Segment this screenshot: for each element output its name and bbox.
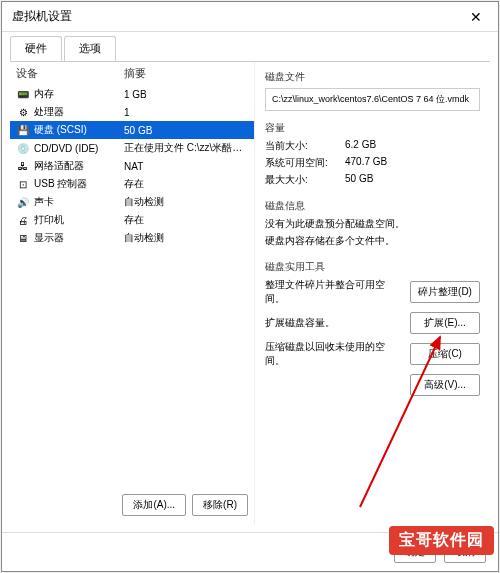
device-summary: 1	[124, 107, 248, 118]
device-row[interactable]: 💿CD/DVD (IDE)正在使用文件 C:\zz\米酷工作...	[10, 139, 254, 157]
header-device: 设备	[16, 66, 124, 81]
advanced-button[interactable]: 高级(V)...	[410, 374, 480, 396]
disk-info-line1: 没有为此硬盘预分配磁盘空间。	[265, 217, 480, 231]
device-header: 设备 摘要	[10, 62, 254, 85]
device-summary: 自动检测	[124, 231, 248, 245]
device-name: 内存	[34, 87, 124, 101]
device-icon: 💿	[16, 142, 30, 154]
detail-panel: 磁盘文件 C:\zz\linux_work\centos7.6\CentOS 7…	[255, 62, 490, 524]
device-icon: 📟	[16, 88, 30, 100]
device-summary: 正在使用文件 C:\zz\米酷工作...	[124, 141, 248, 155]
device-name: 显示器	[34, 231, 124, 245]
expand-row: 扩展磁盘容量。 扩展(E)...	[265, 312, 480, 334]
remove-button[interactable]: 移除(R)	[192, 494, 248, 516]
close-icon[interactable]: ✕	[464, 9, 488, 25]
current-size-label: 当前大小:	[265, 139, 345, 153]
tab-hardware[interactable]: 硬件	[10, 36, 62, 61]
add-button[interactable]: 添加(A)...	[122, 494, 186, 516]
device-row[interactable]: 📟内存1 GB	[10, 85, 254, 103]
dialog-title: 虚拟机设置	[12, 8, 464, 25]
tabs: 硬件 选项	[2, 32, 498, 61]
advanced-row: 高级(V)...	[265, 374, 480, 396]
capacity-label: 容量	[265, 121, 480, 135]
device-name: 打印机	[34, 213, 124, 227]
device-summary: 存在	[124, 213, 248, 227]
content: 设备 摘要 📟内存1 GB⚙处理器1💾硬盘 (SCSI)50 GB💿CD/DVD…	[10, 61, 490, 524]
compact-text: 压缩磁盘以回收未使用的空间。	[265, 340, 402, 368]
device-summary: NAT	[124, 161, 248, 172]
device-list: 📟内存1 GB⚙处理器1💾硬盘 (SCSI)50 GB💿CD/DVD (IDE)…	[10, 85, 254, 486]
disk-info-line2: 硬盘内容存储在多个文件中。	[265, 234, 480, 248]
device-name: 声卡	[34, 195, 124, 209]
device-name: USB 控制器	[34, 177, 124, 191]
device-summary: 自动检测	[124, 195, 248, 209]
disk-file-label: 磁盘文件	[265, 70, 480, 84]
free-space-value: 470.7 GB	[345, 156, 480, 170]
device-name: 处理器	[34, 105, 124, 119]
device-icon: 🖥	[16, 232, 30, 244]
device-row[interactable]: 🖨打印机存在	[10, 211, 254, 229]
defrag-text: 整理文件碎片并整合可用空间。	[265, 278, 402, 306]
expand-button[interactable]: 扩展(E)...	[410, 312, 480, 334]
watermark: 宝哥软件园	[389, 526, 494, 555]
compact-row: 压缩磁盘以回收未使用的空间。 压缩(C)	[265, 340, 480, 368]
disk-util-label: 磁盘实用工具	[265, 260, 480, 274]
max-size-label: 最大大小:	[265, 173, 345, 187]
device-icon: 🖧	[16, 160, 30, 172]
device-icon: 🖨	[16, 214, 30, 226]
disk-file-path[interactable]: C:\zz\linux_work\centos7.6\CentOS 7 64 位…	[265, 88, 480, 111]
device-row[interactable]: ⊡USB 控制器存在	[10, 175, 254, 193]
device-icon: 💾	[16, 124, 30, 136]
current-size-row: 当前大小: 6.2 GB	[265, 139, 480, 153]
header-summary: 摘要	[124, 66, 248, 81]
device-row[interactable]: 🖧网络适配器NAT	[10, 157, 254, 175]
defrag-row: 整理文件碎片并整合可用空间。 碎片整理(D)	[265, 278, 480, 306]
device-buttons: 添加(A)... 移除(R)	[10, 486, 254, 524]
device-row[interactable]: ⚙处理器1	[10, 103, 254, 121]
device-name: 网络适配器	[34, 159, 124, 173]
disk-info-label: 磁盘信息	[265, 199, 480, 213]
max-size-row: 最大大小: 50 GB	[265, 173, 480, 187]
vm-settings-dialog: 虚拟机设置 ✕ 硬件 选项 设备 摘要 📟内存1 GB⚙处理器1💾硬盘 (SCS…	[1, 1, 499, 572]
device-name: 硬盘 (SCSI)	[34, 123, 124, 137]
device-summary: 50 GB	[124, 125, 248, 136]
free-space-row: 系统可用空间: 470.7 GB	[265, 156, 480, 170]
device-panel: 设备 摘要 📟内存1 GB⚙处理器1💾硬盘 (SCSI)50 GB💿CD/DVD…	[10, 62, 255, 524]
device-icon: ⚙	[16, 106, 30, 118]
device-row[interactable]: 🔊声卡自动检测	[10, 193, 254, 211]
device-icon: 🔊	[16, 196, 30, 208]
device-icon: ⊡	[16, 178, 30, 190]
titlebar: 虚拟机设置 ✕	[2, 2, 498, 32]
defrag-button[interactable]: 碎片整理(D)	[410, 281, 480, 303]
compact-button[interactable]: 压缩(C)	[410, 343, 480, 365]
device-row[interactable]: 🖥显示器自动检测	[10, 229, 254, 247]
max-size-value: 50 GB	[345, 173, 480, 187]
device-row[interactable]: 💾硬盘 (SCSI)50 GB	[10, 121, 254, 139]
device-summary: 存在	[124, 177, 248, 191]
free-space-label: 系统可用空间:	[265, 156, 345, 170]
expand-text: 扩展磁盘容量。	[265, 316, 402, 330]
current-size-value: 6.2 GB	[345, 139, 480, 153]
device-summary: 1 GB	[124, 89, 248, 100]
tab-options[interactable]: 选项	[64, 36, 116, 61]
device-name: CD/DVD (IDE)	[34, 143, 124, 154]
